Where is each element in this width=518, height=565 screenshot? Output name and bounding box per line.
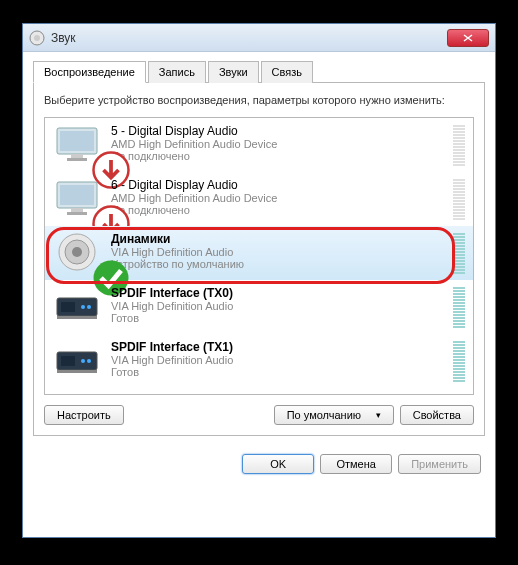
svg-rect-10 — [67, 212, 87, 215]
svg-rect-5 — [67, 158, 87, 161]
svg-point-1 — [34, 35, 40, 41]
monitor-icon — [53, 178, 101, 218]
titlebar[interactable]: Звук — [23, 24, 495, 52]
button-row: Настроить По умолчанию Свойства — [44, 405, 474, 425]
svg-rect-4 — [71, 154, 83, 158]
level-meter — [453, 232, 465, 274]
device-item[interactable]: SPDIF Interface (TX1)VIA High Definition… — [45, 334, 473, 388]
svg-rect-8 — [60, 185, 94, 205]
svg-point-23 — [81, 359, 85, 363]
device-desc: VIA High Definition Audio — [111, 354, 449, 366]
device-info: 5 - Digital Display AudioAMD High Defini… — [111, 124, 449, 162]
device-list[interactable]: 5 - Digital Display AudioAMD High Defini… — [44, 117, 474, 395]
device-item[interactable]: 6 - Digital Display AudioAMD High Defini… — [45, 172, 473, 226]
set-default-label: По умолчанию — [287, 409, 361, 421]
device-info: 6 - Digital Display AudioAMD High Defini… — [111, 178, 449, 216]
instruction-text: Выберите устройство воспроизведения, пар… — [44, 93, 474, 107]
device-desc: AMD High Definition Audio Device — [111, 192, 449, 204]
status-overlay-check-icon — [87, 258, 103, 274]
sound-dialog: Звук ВоспроизведениеЗаписьЗвукиСвязь Выб… — [22, 23, 496, 538]
svg-point-19 — [87, 305, 91, 309]
status-overlay-down-icon — [87, 150, 103, 166]
device-desc: VIA High Definition Audio — [111, 300, 449, 312]
device-status: Готов — [111, 366, 449, 378]
tab-3[interactable]: Связь — [261, 61, 313, 83]
tab-panel: Выберите устройство воспроизведения, пар… — [33, 83, 485, 436]
level-meter — [453, 124, 465, 166]
svg-rect-9 — [71, 208, 83, 212]
device-name: 6 - Digital Display Audio — [111, 178, 449, 192]
level-meter — [453, 286, 465, 328]
level-meter — [453, 340, 465, 382]
device-item[interactable]: SPDIF Interface (TX0)VIA High Definition… — [45, 280, 473, 334]
tab-0[interactable]: Воспроизведение — [33, 61, 146, 83]
close-button[interactable] — [447, 29, 489, 47]
device-item[interactable]: 5 - Digital Display AudioAMD High Defini… — [45, 118, 473, 172]
device-info: SPDIF Interface (TX0)VIA High Definition… — [111, 286, 449, 324]
speaker-icon — [53, 232, 101, 272]
tab-strip: ВоспроизведениеЗаписьЗвукиСвязь — [33, 60, 485, 83]
window-title: Звук — [51, 31, 447, 45]
tab-2[interactable]: Звуки — [208, 61, 259, 83]
status-overlay-down-icon — [87, 204, 103, 220]
device-status: Готов — [111, 312, 449, 324]
svg-rect-3 — [60, 131, 94, 151]
device-desc: VIA High Definition Audio — [111, 246, 449, 258]
device-item[interactable]: ДинамикиVIA High Definition AudioУстройс… — [45, 226, 473, 280]
apply-button[interactable]: Применить — [398, 454, 481, 474]
device-info: ДинамикиVIA High Definition AudioУстройс… — [111, 232, 449, 270]
svg-rect-25 — [57, 370, 97, 373]
spdif-icon — [53, 340, 101, 380]
device-status: Не подключено — [111, 150, 449, 162]
device-name: SPDIF Interface (TX1) — [111, 340, 449, 354]
dialog-buttons: OK Отмена Применить — [23, 444, 495, 486]
ok-button[interactable]: OK — [242, 454, 314, 474]
svg-point-18 — [81, 305, 85, 309]
cancel-button[interactable]: Отмена — [320, 454, 392, 474]
svg-rect-22 — [61, 356, 75, 366]
level-meter — [453, 178, 465, 220]
svg-rect-17 — [61, 302, 75, 312]
tab-1[interactable]: Запись — [148, 61, 206, 83]
device-name: SPDIF Interface (TX0) — [111, 286, 449, 300]
device-info: SPDIF Interface (TX1)VIA High Definition… — [111, 340, 449, 378]
svg-point-24 — [87, 359, 91, 363]
device-name: 5 - Digital Display Audio — [111, 124, 449, 138]
set-default-button[interactable]: По умолчанию — [274, 405, 394, 425]
spdif-icon — [53, 286, 101, 326]
svg-rect-20 — [57, 316, 97, 319]
properties-button[interactable]: Свойства — [400, 405, 474, 425]
content-area: ВоспроизведениеЗаписьЗвукиСвязь Выберите… — [23, 52, 495, 444]
device-status: Не подключено — [111, 204, 449, 216]
device-status: Устройство по умолчанию — [111, 258, 449, 270]
sound-icon — [29, 30, 45, 46]
device-name: Динамики — [111, 232, 449, 246]
configure-button[interactable]: Настроить — [44, 405, 124, 425]
monitor-icon — [53, 124, 101, 164]
device-desc: AMD High Definition Audio Device — [111, 138, 449, 150]
svg-point-14 — [72, 247, 82, 257]
